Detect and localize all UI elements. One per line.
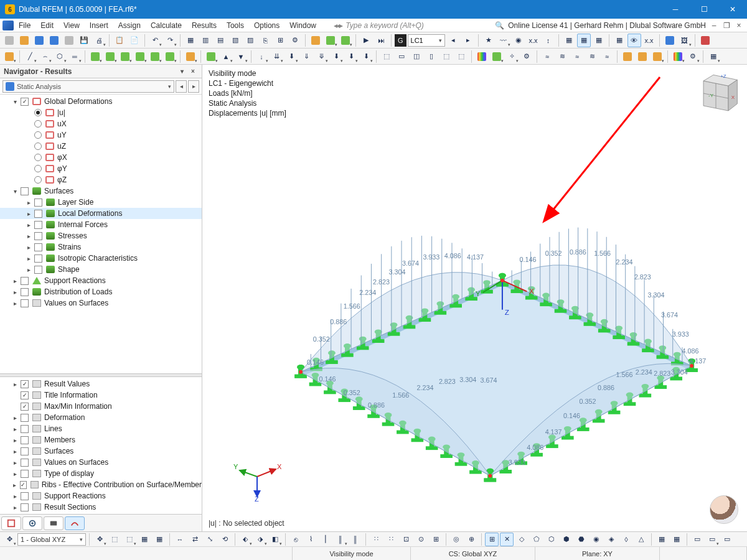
tree-item[interactable]: ▸Support Reactions bbox=[0, 490, 202, 502]
tb2-load6[interactable]: ⬇▾ bbox=[329, 50, 343, 63]
tree-item[interactable]: Max/Min Information bbox=[0, 401, 202, 412]
tb2-poly[interactable]: ⬡▾ bbox=[53, 50, 67, 63]
bb-3[interactable]: ⬚▾ bbox=[123, 533, 136, 546]
tb2-member2[interactable]: ═▾ bbox=[68, 50, 82, 63]
tb2-ext5[interactable]: ≈ bbox=[600, 50, 614, 63]
bb-15[interactable]: ⎮ bbox=[319, 533, 332, 546]
tb-redo[interactable]: ↷▾ bbox=[163, 34, 177, 47]
tree-item[interactable]: ▸Isotropic Characteristics bbox=[0, 253, 202, 264]
tree-item[interactable]: ▸Support Reactions bbox=[0, 275, 202, 286]
tb2-render3[interactable]: ✧▾ bbox=[505, 50, 519, 63]
tb2-sel4[interactable]: ▯ bbox=[425, 50, 438, 63]
tb2-load5[interactable]: ⤋▾ bbox=[314, 50, 328, 63]
tree-item[interactable]: ▾Surfaces bbox=[0, 185, 202, 197]
tb-undo[interactable]: ↶▾ bbox=[148, 34, 162, 47]
tb-surface[interactable]: ▾ bbox=[324, 34, 337, 47]
bb-2[interactable]: ⬚ bbox=[108, 533, 121, 546]
tb2-render2[interactable]: ▾ bbox=[490, 50, 504, 63]
bb-snap6[interactable]: ⬢ bbox=[560, 533, 573, 546]
menu-file[interactable]: File bbox=[14, 20, 35, 31]
menu-assign[interactable]: Assign bbox=[113, 20, 146, 31]
tb-member[interactable] bbox=[309, 34, 322, 47]
bb-snap8[interactable]: ◉ bbox=[590, 533, 603, 546]
bb-4[interactable]: ▦ bbox=[138, 533, 151, 546]
tb-maxmin[interactable]: ↕ bbox=[542, 34, 555, 47]
tb2-sel2[interactable]: ▭ bbox=[395, 50, 408, 63]
menu-options[interactable]: Options bbox=[249, 20, 284, 31]
menu-tools[interactable]: Tools bbox=[222, 20, 249, 31]
tree-item[interactable]: |u| bbox=[0, 107, 202, 118]
tb2-load8[interactable]: ⬇▾ bbox=[359, 50, 373, 63]
menu-window[interactable]: Window bbox=[284, 20, 321, 31]
tree-item[interactable]: ▸Lines bbox=[0, 423, 202, 434]
tb2-load4[interactable]: ⇓ bbox=[299, 50, 313, 63]
mdi-minimize[interactable]: – bbox=[710, 21, 718, 30]
tree-item[interactable]: ▸Distribution of Loads bbox=[0, 286, 202, 297]
tb-print-graphic[interactable]: 🖼▾ bbox=[678, 34, 692, 47]
tree-item[interactable]: ▸Layer Side bbox=[0, 197, 202, 208]
maximize-button[interactable]: ☐ bbox=[690, 0, 718, 19]
bb-snap2[interactable]: ✕ bbox=[500, 533, 514, 546]
tb-model-check[interactable] bbox=[47, 34, 61, 47]
menu-results[interactable]: Results bbox=[187, 20, 222, 31]
tree-item[interactable]: Title Information bbox=[0, 390, 202, 401]
tb2-surf2[interactable]: ▾ bbox=[103, 50, 117, 63]
model-viewport[interactable]: Visibility mode LC1 - Eigengewicht Loads… bbox=[202, 65, 747, 531]
tb-units[interactable]: ⚙ bbox=[288, 34, 302, 47]
bb-13[interactable]: ⎋ bbox=[289, 533, 303, 546]
navigator-close[interactable]: × bbox=[188, 67, 198, 77]
bb-end3[interactable]: ▭ bbox=[690, 533, 704, 546]
tb-loadcase-combo[interactable]: LC1▾ bbox=[408, 34, 445, 47]
tree-item[interactable]: ▸Internal Forces bbox=[0, 219, 202, 230]
bb-10[interactable]: ⬖▾ bbox=[238, 533, 252, 546]
tree-item[interactable]: uY bbox=[0, 129, 202, 141]
tb2-surf3[interactable]: ▾ bbox=[118, 50, 132, 63]
tb-anim[interactable]: ◉ bbox=[512, 34, 525, 47]
navigator-analysis-combo[interactable]: Static Analysis ▾ bbox=[2, 80, 174, 93]
tb2-sup2[interactable]: ▲▾ bbox=[219, 50, 233, 63]
bb-end4[interactable]: ▭▾ bbox=[705, 533, 719, 546]
menu-calculate[interactable]: Calculate bbox=[146, 20, 187, 31]
tb-paste[interactable]: 📄 bbox=[128, 34, 141, 47]
tb-iso1[interactable]: ▦ bbox=[613, 34, 626, 47]
tree-item[interactable]: ▸Ribs - Effective Contribution on Surfac… bbox=[0, 479, 202, 490]
mdi-system-icon[interactable] bbox=[2, 21, 14, 30]
bb-20[interactable]: ⊡ bbox=[399, 533, 413, 546]
tb2-arc[interactable]: ⌢▾ bbox=[38, 50, 52, 63]
tree-item[interactable]: ▾Global Deformations bbox=[0, 96, 202, 107]
tree-item[interactable]: ▸Stresses bbox=[0, 230, 202, 241]
menu-view[interactable]: View bbox=[59, 20, 85, 31]
bb-19[interactable]: ∷ bbox=[384, 533, 398, 546]
bb-8[interactable]: ⤡ bbox=[203, 533, 217, 546]
menu-insert[interactable]: Insert bbox=[85, 20, 113, 31]
tb-print[interactable]: 🖨▾ bbox=[92, 34, 106, 47]
search-license-icon[interactable]: 🔍 bbox=[495, 21, 504, 30]
tb2-surf1[interactable]: ▾ bbox=[88, 50, 102, 63]
tb-filter1[interactable]: ▦ bbox=[562, 34, 576, 47]
bb-23[interactable]: ◎ bbox=[449, 533, 463, 546]
tree-item[interactable]: φX bbox=[0, 152, 202, 163]
tb2-color1[interactable] bbox=[621, 50, 634, 63]
tree-item[interactable]: ▸Result Sections bbox=[0, 502, 202, 513]
tb2-load7[interactable]: ⬇▾ bbox=[344, 50, 358, 63]
tb-iso3[interactable]: x.x bbox=[642, 34, 656, 47]
tb-cloud[interactable] bbox=[32, 34, 46, 47]
tb2-ext2[interactable]: ≋ bbox=[555, 50, 569, 63]
tree-item[interactable]: φY bbox=[0, 163, 202, 174]
tb2-sup3[interactable]: ▼▾ bbox=[234, 50, 248, 63]
bb-end1[interactable]: ▦ bbox=[655, 533, 669, 546]
mdi-restore[interactable]: ❐ bbox=[722, 21, 731, 30]
tb2-sel3[interactable]: ◫ bbox=[410, 50, 423, 63]
bb-11[interactable]: ⬗▾ bbox=[253, 533, 267, 546]
tb-table4[interactable]: ▧ bbox=[228, 34, 242, 47]
tb2-cfg[interactable]: ⚙▾ bbox=[686, 50, 700, 63]
menu-edit[interactable]: Edit bbox=[35, 20, 59, 31]
tb-calc[interactable]: ▶ bbox=[359, 34, 373, 47]
tb-solid[interactable]: ▾ bbox=[339, 34, 352, 47]
menu-search[interactable]: ◂◂ ▸ Type a keyword (Alt+Q) bbox=[334, 21, 424, 30]
navigator-next[interactable]: ▸ bbox=[188, 80, 199, 93]
bb-snap5[interactable]: ⬡ bbox=[545, 533, 558, 546]
tb-loadcase-prev[interactable]: ◂ bbox=[446, 34, 460, 47]
tb-table3[interactable]: ▤ bbox=[214, 34, 227, 47]
view-cube[interactable]: X -Y +Z bbox=[688, 71, 738, 121]
